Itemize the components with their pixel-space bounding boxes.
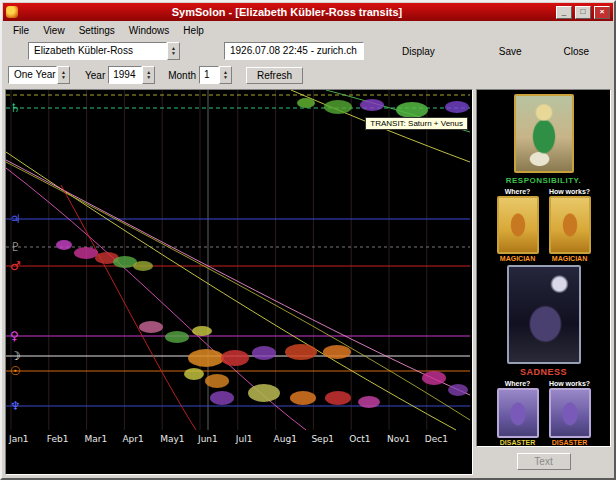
svg-text:Feb1: Feb1 [47, 434, 69, 444]
svg-text:May1: May1 [160, 434, 184, 444]
svg-text:♃: ♃ [10, 212, 21, 226]
card-pair-magician: Where? MAGICIAN How works? MAGICIAN [497, 188, 591, 262]
how-works-header: How works? [549, 188, 590, 195]
year-label: Year [82, 70, 108, 81]
person-select[interactable]: Elizabeth Kübler-Ross ▲▼ [28, 42, 180, 60]
save-button[interactable]: Save [493, 44, 528, 59]
card-label-responsibility: RESPONSIBILITY. [506, 176, 582, 185]
svg-text:♆: ♆ [10, 399, 21, 413]
where-header: Where? [505, 188, 531, 195]
tarot-card-disaster-how[interactable] [549, 388, 591, 438]
tarot-sidebar: RESPONSIBILITY. Where? MAGICIAN How work… [476, 89, 611, 475]
card-name-magician-left: MAGICIAN [500, 255, 535, 262]
tarot-card-sadness[interactable] [507, 265, 581, 364]
close-view-button[interactable]: Close [558, 44, 596, 59]
tarot-card-magician-where[interactable] [497, 196, 539, 254]
minimize-button[interactable]: _ [556, 6, 572, 19]
close-button[interactable]: × [594, 6, 610, 19]
svg-text:♄: ♄ [10, 101, 21, 115]
svg-text:Jul1: Jul1 [235, 434, 253, 444]
svg-text:Mar1: Mar1 [85, 434, 108, 444]
app-window: SymSolon - [Elizabeth Kübler-Ross transi… [0, 0, 616, 480]
svg-text:♇: ♇ [10, 240, 21, 254]
chevron-updown-icon[interactable]: ▲▼ [57, 66, 70, 84]
app-icon [6, 6, 18, 18]
svg-text:Sep1: Sep1 [311, 434, 334, 444]
svg-text:Nov1: Nov1 [387, 434, 410, 444]
tarot-card-magician-how[interactable] [549, 196, 591, 254]
menu-help[interactable]: Help [176, 24, 211, 37]
chevron-updown-icon[interactable]: ▲▼ [167, 42, 180, 60]
year-value[interactable]: 1994 [108, 66, 142, 84]
svg-text:♀: ♀ [10, 329, 19, 343]
menu-windows[interactable]: Windows [122, 24, 177, 37]
display-button[interactable]: Display [396, 44, 441, 59]
sidebar-footer: Text [476, 447, 611, 475]
card-name-disaster-left: DISASTER [500, 439, 535, 446]
transit-chart[interactable]: Jan1Feb1Mar1Apr1May1Jun1Jul1Aug1Sep1Oct1… [5, 89, 473, 475]
svg-text:♂: ♂ [10, 259, 21, 273]
main-area: Jan1Feb1Mar1Apr1May1Jun1Jul1Aug1Sep1Oct1… [2, 87, 614, 478]
transit-chart-svg[interactable]: Jan1Feb1Mar1Apr1May1Jun1Jul1Aug1Sep1Oct1… [6, 90, 470, 474]
toolbar-controls: One Year ▲▼ Year 1994 ▲▼ Month 1 ▲▼ Refr… [2, 63, 614, 87]
menubar: File View Settings Windows Help [2, 22, 614, 39]
refresh-button[interactable]: Refresh [246, 67, 303, 84]
card-label-sadness: SADNESS [520, 367, 567, 377]
menu-file[interactable]: File [6, 24, 36, 37]
spinner-arrows-icon[interactable]: ▲▼ [142, 66, 155, 84]
svg-text:Oct1: Oct1 [349, 434, 370, 444]
menu-view[interactable]: View [36, 24, 72, 37]
card-name-magician-right: MAGICIAN [552, 255, 587, 262]
text-button[interactable]: Text [517, 453, 571, 470]
tarot-panel: RESPONSIBILITY. Where? MAGICIAN How work… [476, 89, 611, 447]
where-header: Where? [505, 380, 531, 387]
month-value[interactable]: 1 [199, 66, 219, 84]
year-stepper[interactable]: 1994 ▲▼ [108, 66, 155, 84]
birth-data-input[interactable]: 1926.07.08 22:45 - zurich.ch [224, 42, 364, 60]
maximize-button[interactable]: □ [575, 6, 591, 19]
tarot-card-responsibility[interactable] [514, 94, 574, 173]
person-select-value: Elizabeth Kübler-Ross [28, 42, 167, 60]
menu-settings[interactable]: Settings [72, 24, 122, 37]
svg-text:Jun1: Jun1 [197, 434, 218, 444]
toolbar-top: Elizabeth Kübler-Ross ▲▼ 1926.07.08 22:4… [2, 39, 614, 63]
svg-text:Dec1: Dec1 [425, 434, 448, 444]
titlebar[interactable]: SymSolon - [Elizabeth Kübler-Ross transi… [3, 3, 613, 21]
tarot-card-disaster-where[interactable] [497, 388, 539, 438]
month-stepper[interactable]: 1 ▲▼ [199, 66, 232, 84]
svg-text:☽: ☽ [10, 349, 21, 363]
range-select-value: One Year [8, 66, 57, 84]
svg-text:☉: ☉ [10, 364, 21, 378]
range-select[interactable]: One Year ▲▼ [8, 66, 70, 84]
window-title: SymSolon - [Elizabeth Kübler-Ross transi… [21, 6, 553, 18]
transit-tooltip: TRANSIT: Saturn + Venus [365, 117, 468, 130]
card-name-disaster-right: DISASTER [552, 439, 587, 446]
svg-text:Aug1: Aug1 [274, 434, 297, 444]
svg-text:Apr1: Apr1 [122, 434, 143, 444]
svg-text:Jan1: Jan1 [8, 434, 29, 444]
month-label: Month [165, 70, 199, 81]
spinner-arrows-icon[interactable]: ▲▼ [219, 66, 232, 84]
card-pair-disaster: Where? DISASTER How works? DISASTER [497, 380, 591, 446]
how-works-header: How works? [549, 380, 590, 387]
